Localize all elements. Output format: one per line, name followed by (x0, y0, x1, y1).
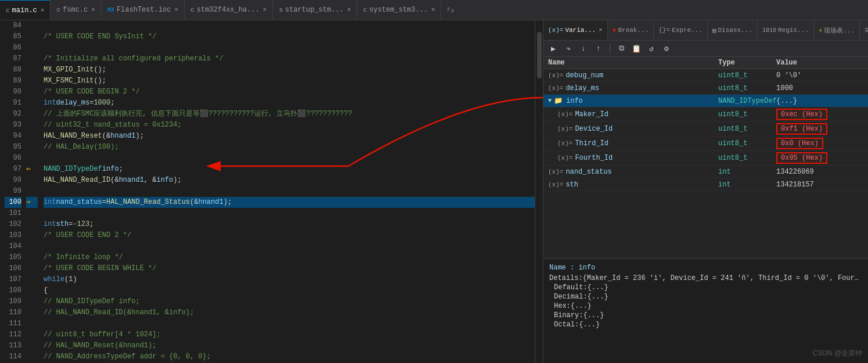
file-mx-icon: MX (107, 7, 114, 13)
close-tab4-icon[interactable]: × (263, 6, 267, 13)
var-prefix-icon4: (x)= (557, 125, 572, 132)
var-row-sth[interactable]: (x)= sth int 134218157 (543, 178, 868, 191)
tab-main-c[interactable]: c main.c × (0, 0, 51, 20)
info-panel: Name : info Details:{Maker_Id = 236 'ì',… (543, 258, 868, 363)
code-line-108: { (44, 285, 535, 296)
code-line-101 (44, 208, 535, 219)
tab-stm32[interactable]: c stm32f4xx_ha... × (185, 0, 273, 20)
close-tab-icon[interactable]: × (41, 7, 45, 14)
code-line-113: // HAL_NAND_Reset(&hnand1); (44, 340, 535, 351)
var-row-third-id[interactable]: (x)= Third_Id uint8_t 0x0 (Hex) (543, 136, 868, 151)
reg-icon: 1010 (762, 27, 776, 34)
var-row-info[interactable]: ▼ 📁 info NAND_IDTypeDef {...} (543, 95, 868, 107)
code-line-85: /* USER CODE END SysInit */ (44, 31, 535, 42)
disasm-icon: ▤ (712, 27, 716, 34)
code-line-100: int nand_status = HAL_NAND_Read_Status(&… (44, 197, 535, 208)
close-tab3-icon[interactable]: × (175, 6, 179, 13)
code-line-112: // uint8_t buffer[4 * 1024]; (44, 329, 535, 340)
code-line-102: int sth = -123; (44, 219, 535, 230)
step-over-btn[interactable]: ↷ (562, 42, 575, 55)
variables-icon: (x)= (548, 27, 563, 34)
var-row-fourth-id[interactable]: (x)= Fourth_Id uint8_t 0x95 (Hex) (543, 151, 868, 166)
code-area[interactable]: 84 85 86 87 88 89 90 91 92 93 94 95 96 9… (0, 20, 543, 363)
code-line-97: NAND_IDTypeDef info; (44, 164, 535, 175)
code-line-91: int delay_ms = 1000; (44, 98, 535, 109)
tab-flashtest[interactable]: MX FlashTest.ioc × (102, 0, 185, 20)
var-row-debug-num[interactable]: (x)= debug_num uint8_t 0 '\0' (543, 69, 868, 82)
tab-bar: c main.c × c fsmc.c × MX FlashTest.ioc ×… (0, 0, 868, 20)
code-line-109: // NAND_IDTypeDef info; (44, 296, 535, 307)
code-line-107: while (1) (44, 274, 535, 285)
main-content: 84 85 86 87 88 89 90 91 92 93 94 95 96 9… (0, 20, 868, 363)
step-into-btn[interactable]: ↓ (577, 42, 590, 55)
line-numbers: 84 85 86 87 88 89 90 91 92 93 94 95 96 9… (0, 20, 26, 363)
fourth-id-value: 0x95 (Hex) (776, 152, 827, 164)
code-line-99 (44, 186, 535, 197)
var-row-maker-id[interactable]: (x)= Maker_Id uint8_t 0xec (Hex) (543, 107, 868, 122)
variables-table[interactable]: Name Type Value (x)= debug_num uint8_t 0… (543, 57, 868, 258)
code-line-105: /* Infinite loop */ (44, 252, 535, 263)
var-prefix-icon2: (x)= (548, 85, 563, 92)
code-line-87: /* Initialize all configured peripherals… (44, 53, 535, 64)
copy-btn[interactable]: ⧉ (615, 42, 628, 55)
maker-id-value: 0xec (Hex) (776, 109, 827, 120)
var-prefix-icon7: (x)= (548, 168, 563, 175)
var-prefix-icon5: (x)= (557, 140, 572, 147)
var-row-device-id[interactable]: (x)= Device_Id uint8_t 0xf1 (Hex) (543, 122, 868, 136)
tab-fsmc-c[interactable]: c fsmc.c × (51, 0, 101, 20)
settings-btn[interactable]: ⚙ (660, 42, 673, 55)
divider (610, 44, 610, 53)
code-line-84 (44, 20, 535, 31)
folder-icon: 📁 (554, 96, 563, 105)
code-line-93: // uint32_t nand_status = 0x1234; (44, 120, 535, 131)
code-line-96 (44, 153, 535, 164)
code-line-86 (44, 42, 535, 53)
close-tab2-icon[interactable]: × (91, 6, 95, 13)
tab-liveexpr[interactable]: ⚡ 现场表... (814, 20, 860, 40)
close-tab5-icon[interactable]: × (347, 6, 351, 13)
tab-expressions[interactable]: {}= Expre... (654, 20, 708, 40)
code-line-106: /* USER CODE BEGIN WHILE */ (44, 263, 535, 274)
var-prefix-icon: (x)= (548, 72, 563, 79)
file-c-icon2: c (56, 6, 60, 13)
code-content[interactable]: /* USER CODE END SysInit */ /* Initializ… (38, 20, 535, 363)
code-scrollbar[interactable] (535, 20, 543, 363)
file-c-icon4: c (363, 6, 367, 13)
refresh-btn[interactable]: ↺ (645, 42, 658, 55)
file-c-icon3: c (190, 6, 195, 13)
tab-disassembly[interactable]: ▤ Disass... (708, 20, 758, 40)
tab-overflow[interactable]: ²₂ (441, 6, 459, 15)
var-row-nand-status[interactable]: (x)= nand_status int 134226069 (543, 166, 868, 178)
tab-registers[interactable]: 1010 Regis... (758, 20, 814, 40)
var-row-delay-ms[interactable]: (x)= delay_ms uint8_t 1000 (543, 82, 868, 95)
code-line-90: /* USER CODE BEGIN 2 */ (44, 87, 535, 98)
var-prefix-icon6: (x)= (557, 154, 572, 161)
code-line-94: HAL_NAND_Reset(&hnand1); (44, 131, 535, 142)
tab-breakpoints[interactable]: ● Break... (608, 20, 654, 40)
expand-icon[interactable]: ▼ (548, 98, 552, 104)
close-tab6-icon[interactable]: × (431, 6, 435, 13)
tab-sfrs[interactable]: SFRs (860, 20, 868, 40)
close-debug-tab-icon[interactable]: × (599, 27, 603, 34)
code-line-103: /* USER CODE END 2 */ (44, 230, 535, 241)
tab-variables[interactable]: (x)= Varia... × (543, 20, 608, 40)
step-out-btn[interactable]: ↑ (592, 42, 605, 55)
tab-startup[interactable]: s startup_stm... × (273, 0, 357, 20)
tab-system[interactable]: c system_stm3... × (357, 0, 441, 20)
breakpoint-icon: ● (613, 27, 617, 34)
debug-panel: (x)= Varia... × ● Break... {}= Expre... … (543, 20, 868, 363)
code-line-95: // HAL_Delay(100); (44, 142, 535, 153)
file-s-icon: s (279, 6, 283, 13)
debug-tabs: (x)= Varia... × ● Break... {}= Expre... … (543, 20, 868, 41)
var-prefix-icon3: (x)= (557, 111, 572, 118)
code-line-89: MX_FSMC_Init(); (44, 76, 535, 87)
paste-btn[interactable]: 📋 (630, 42, 643, 55)
var-prefix-icon8: (x)= (548, 181, 563, 188)
file-c-icon: c (6, 7, 10, 14)
scrollbar-thumb (537, 32, 542, 78)
code-line-114: // NAND_AddressTypeDef addr = {0, 0, 0}; (44, 351, 535, 362)
code-line-110: // HAL_NAND_Read_ID(&hnand1, &info); (44, 307, 535, 318)
code-line-104 (44, 241, 535, 252)
resume-btn[interactable]: ▶ (547, 42, 560, 55)
marker-column: ⇐ ⇒ (26, 20, 38, 363)
